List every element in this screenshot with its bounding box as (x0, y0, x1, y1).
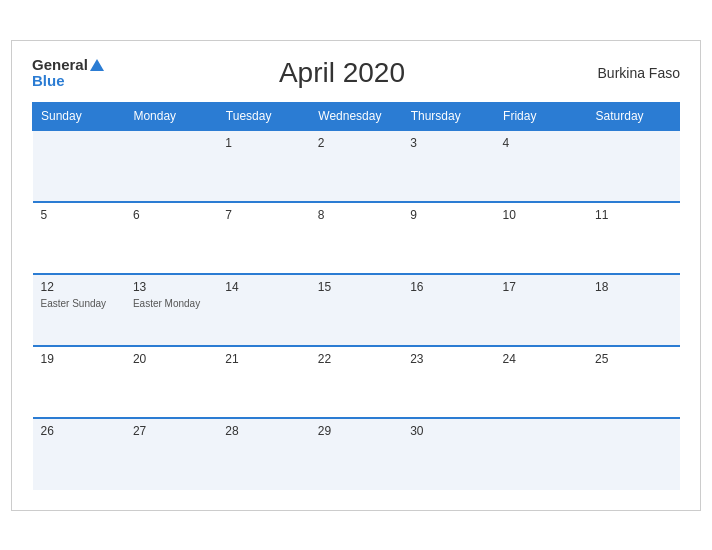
calendar-cell: 28 (217, 418, 309, 490)
calendar-cell: 2 (310, 130, 402, 202)
calendar-cell: 5 (33, 202, 125, 274)
calendar-cell: 3 (402, 130, 494, 202)
calendar-cell: 22 (310, 346, 402, 418)
calendar-cell: 6 (125, 202, 217, 274)
calendar-cell: 23 (402, 346, 494, 418)
calendar-cell: 25 (587, 346, 679, 418)
day-number: 29 (318, 424, 394, 438)
logo-triangle-icon (90, 59, 104, 71)
calendar-cell: 8 (310, 202, 402, 274)
calendar-cell: 14 (217, 274, 309, 346)
weekday-header-tuesday: Tuesday (217, 102, 309, 130)
weekday-header-friday: Friday (495, 102, 587, 130)
calendar-cell (587, 418, 679, 490)
day-number: 8 (318, 208, 394, 222)
calendar-cell: 4 (495, 130, 587, 202)
week-row-1: 1234 (33, 130, 680, 202)
calendar-cell: 16 (402, 274, 494, 346)
weekday-header-saturday: Saturday (587, 102, 679, 130)
day-number: 28 (225, 424, 301, 438)
day-number: 26 (41, 424, 117, 438)
day-number: 22 (318, 352, 394, 366)
week-row-5: 2627282930 (33, 418, 680, 490)
week-row-4: 19202122232425 (33, 346, 680, 418)
calendar-cell: 10 (495, 202, 587, 274)
calendar-cell: 29 (310, 418, 402, 490)
calendar-cell: 12Easter Sunday (33, 274, 125, 346)
calendar-cell: 1 (217, 130, 309, 202)
calendar-title: April 2020 (104, 57, 580, 89)
day-number: 14 (225, 280, 301, 294)
calendar-header: General Blue April 2020 Burkina Faso (32, 57, 680, 90)
day-number: 15 (318, 280, 394, 294)
calendar-grid: SundayMondayTuesdayWednesdayThursdayFrid… (32, 102, 680, 490)
calendar-cell (33, 130, 125, 202)
day-number: 24 (503, 352, 579, 366)
day-number: 25 (595, 352, 671, 366)
day-number: 4 (503, 136, 579, 150)
calendar-cell: 9 (402, 202, 494, 274)
day-number: 12 (41, 280, 117, 294)
calendar-cell: 19 (33, 346, 125, 418)
calendar-cell: 30 (402, 418, 494, 490)
calendar-cell: 27 (125, 418, 217, 490)
logo: General Blue (32, 57, 104, 90)
day-number: 19 (41, 352, 117, 366)
calendar-cell (587, 130, 679, 202)
calendar-cell: 24 (495, 346, 587, 418)
day-number: 9 (410, 208, 486, 222)
weekday-header-thursday: Thursday (402, 102, 494, 130)
day-number: 16 (410, 280, 486, 294)
calendar-cell: 7 (217, 202, 309, 274)
day-number: 21 (225, 352, 301, 366)
calendar-container: General Blue April 2020 Burkina Faso Sun… (11, 40, 701, 511)
calendar-cell (495, 418, 587, 490)
calendar-cell: 18 (587, 274, 679, 346)
week-row-3: 12Easter Sunday13Easter Monday1415161718 (33, 274, 680, 346)
day-number: 1 (225, 136, 301, 150)
calendar-cell: 20 (125, 346, 217, 418)
day-number: 20 (133, 352, 209, 366)
day-number: 2 (318, 136, 394, 150)
weekday-header-row: SundayMondayTuesdayWednesdayThursdayFrid… (33, 102, 680, 130)
calendar-cell: 11 (587, 202, 679, 274)
event-label: Easter Monday (133, 298, 200, 309)
day-number: 6 (133, 208, 209, 222)
event-label: Easter Sunday (41, 298, 107, 309)
day-number: 27 (133, 424, 209, 438)
weekday-header-sunday: Sunday (33, 102, 125, 130)
calendar-cell (125, 130, 217, 202)
day-number: 13 (133, 280, 209, 294)
calendar-country: Burkina Faso (580, 65, 680, 81)
day-number: 7 (225, 208, 301, 222)
day-number: 3 (410, 136, 486, 150)
weekday-header-wednesday: Wednesday (310, 102, 402, 130)
day-number: 10 (503, 208, 579, 222)
week-row-2: 567891011 (33, 202, 680, 274)
calendar-cell: 21 (217, 346, 309, 418)
calendar-tbody: 123456789101112Easter Sunday13Easter Mon… (33, 130, 680, 490)
calendar-cell: 17 (495, 274, 587, 346)
weekday-header-monday: Monday (125, 102, 217, 130)
calendar-cell: 13Easter Monday (125, 274, 217, 346)
logo-blue-text: Blue (32, 73, 65, 90)
calendar-cell: 15 (310, 274, 402, 346)
calendar-thead: SundayMondayTuesdayWednesdayThursdayFrid… (33, 102, 680, 130)
day-number: 23 (410, 352, 486, 366)
calendar-cell: 26 (33, 418, 125, 490)
day-number: 5 (41, 208, 117, 222)
logo-general-text: General (32, 57, 88, 74)
day-number: 18 (595, 280, 671, 294)
day-number: 17 (503, 280, 579, 294)
day-number: 30 (410, 424, 486, 438)
day-number: 11 (595, 208, 671, 222)
